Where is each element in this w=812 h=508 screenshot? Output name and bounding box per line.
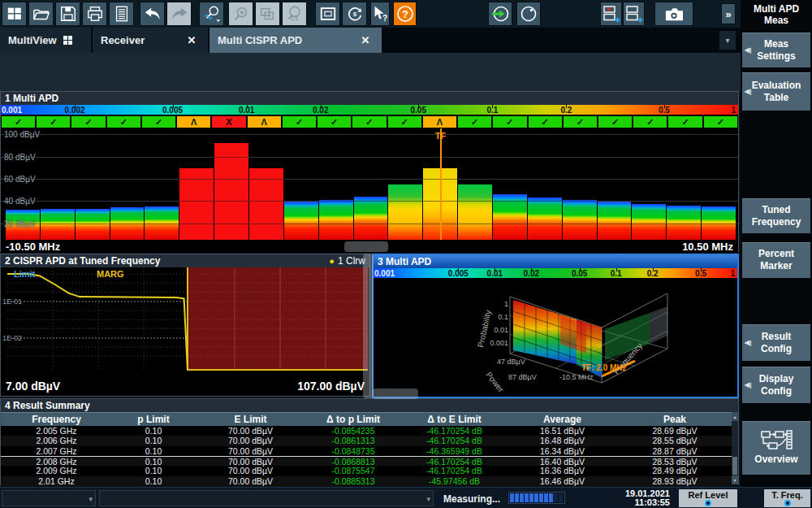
column-header[interactable]: Δ to E Limit: [400, 413, 508, 427]
print-button[interactable]: [82, 2, 107, 26]
close-icon[interactable]: ✕: [357, 33, 374, 49]
preset-button[interactable]: [488, 2, 512, 26]
zoom-multi-button[interactable]: [255, 2, 280, 26]
help-button[interactable]: ?: [393, 2, 417, 26]
table-cell: 16.34 dBµV: [508, 446, 616, 456]
open-file-button[interactable]: [28, 2, 54, 26]
y-axis-label: 80 dBµV: [4, 153, 36, 162]
limit-check-cell-pass: ✓: [106, 115, 141, 128]
softkey-evaluation-table[interactable]: ◀| Evaluation Table: [741, 72, 811, 111]
table-cell: 28.93 dBµV: [616, 476, 733, 486]
softkey-percent-marker[interactable]: Percent Marker: [741, 241, 811, 279]
frame-button[interactable]: [315, 2, 340, 26]
table-row[interactable]: 2.008 GHz0.1070.00 dBµV-0.0868813-46.170…: [1, 456, 738, 466]
table-row[interactable]: 2.009 GHz0.1070.00 dBµV-0.0875547-46.170…: [1, 466, 738, 475]
y-axis-label: 60 dBµV: [4, 175, 36, 184]
zoom-multi-icon: [259, 5, 277, 23]
scrollbar-thumb[interactable]: [732, 457, 737, 475]
limit-line-label: Limit: [14, 269, 36, 279]
zoom-signal-button[interactable]: [199, 2, 224, 26]
windows-logo-button[interactable]: [2, 2, 27, 26]
instrument-screen: 1:1 s ? ? » MultiVie: [0, 0, 812, 508]
table-row[interactable]: 2.006 GHz0.1070.00 dBµV-0.0861313-46.170…: [1, 436, 738, 445]
tab-list-caret[interactable]: ▾: [719, 31, 736, 50]
limit-check-cell-pass: ✓: [703, 115, 738, 128]
table-cell: 2.006 GHz: [1, 436, 112, 445]
ref-level-knob-button[interactable]: Ref Level: [679, 489, 737, 507]
screenshot-button[interactable]: [654, 2, 693, 26]
result-table-header: Frequencyp LimitE LimitΔ to p LimitΔ to …: [1, 412, 738, 426]
horizontal-splitter-handle[interactable]: ·····: [344, 241, 388, 252]
apd-bar: [667, 206, 701, 240]
toolbar-more-button[interactable]: »: [721, 3, 736, 24]
freq-tick: -10.5 MHz: [559, 373, 594, 381]
limit-check-cell-pass: ✓: [598, 115, 633, 128]
undo-button[interactable]: [140, 2, 165, 26]
table-row[interactable]: 2.007 GHz0.1070.00 dBµV-0.0848735-46.365…: [1, 446, 738, 456]
apd-bar: [563, 200, 597, 240]
camera-icon: [662, 5, 686, 23]
table-cell: 2.01 GHz: [1, 476, 112, 486]
softkey-display-config[interactable]: ◀| Display Config: [741, 366, 811, 404]
column-header[interactable]: Peak: [616, 413, 733, 427]
limit-check-cell-pass: ✓: [667, 115, 702, 128]
tab-multiview[interactable]: MultiView: [0, 28, 91, 53]
softkey-overview[interactable]: Overview: [741, 420, 811, 475]
scale-tick-mark: [75, 105, 76, 108]
scale-tick-mark: [701, 268, 702, 271]
softkey-tuned-frequency[interactable]: Tuned Frequency: [741, 198, 811, 234]
window1-title: 1 Multi APD: [1, 92, 738, 105]
column-header[interactable]: Frequency: [1, 413, 112, 427]
tab-multi-cispr-apd[interactable]: Multi CISPR APD ✕: [209, 28, 382, 53]
save-button[interactable]: [55, 2, 80, 26]
softkey-meas-settings[interactable]: ◀| Meas Settings: [741, 32, 811, 68]
scale-tick-mark: [458, 268, 459, 271]
table-scrollbar[interactable]: ▲ ▼: [732, 412, 738, 484]
limit-check-cell-pass: ✓: [563, 115, 598, 128]
table-cell: -0.0885313: [306, 476, 400, 486]
close-icon[interactable]: ✕: [184, 33, 200, 49]
window-result-summary: 4 Result Summary Frequencyp LimitE Limit…: [0, 398, 739, 485]
status-dropdown-1[interactable]: ▾: [2, 490, 96, 506]
table-cell: 0.10: [112, 446, 195, 456]
column-header[interactable]: Δ to p Limit: [306, 413, 400, 427]
open-dialog-arrow-icon: ◀|: [745, 381, 751, 389]
tab-receiver[interactable]: Receiver ✕: [93, 28, 208, 53]
redo-button[interactable]: [166, 2, 192, 26]
progress-segment: [554, 493, 558, 502]
context-help-button[interactable]: ?: [370, 2, 390, 26]
status-dropdown-2[interactable]: ▾: [99, 490, 434, 506]
margin-line-label: MARG: [97, 269, 124, 279]
horizontal-splitter-handle-2[interactable]: ·····: [373, 389, 418, 399]
z-tick-001: 0.01: [494, 326, 508, 334]
time: 11:03:55: [601, 498, 670, 507]
sync-button[interactable]: s: [342, 2, 367, 26]
progress-segment: [534, 493, 538, 502]
overview-flow-icon: [760, 430, 793, 451]
table-row[interactable]: 2.01 GHz0.1070.00 dBµV-0.0885313-45.9745…: [1, 476, 738, 486]
limit-check-cell-pass: ✓: [317, 115, 352, 128]
scroll-down-button[interactable]: ▼: [732, 475, 738, 484]
zoom-1to1-button[interactable]: 1:1: [282, 2, 307, 26]
table-cell: 70.00 dBµV: [195, 446, 306, 456]
vertical-splitter-handle[interactable]: · · · ·: [363, 254, 374, 398]
add-window-icon: [624, 4, 644, 24]
softkey-result-config[interactable]: ◀| Result Config: [741, 323, 811, 362]
add-window-delete-button[interactable]: [600, 2, 622, 26]
zoom-in-button[interactable]: [228, 2, 253, 26]
softkey-menu-title: Multi APD Meas: [741, 3, 812, 26]
tuned-freq-knob-button[interactable]: T. Freq.: [764, 489, 810, 507]
column-header[interactable]: p Limit: [112, 413, 195, 427]
table-cell: -46.170254 dB: [400, 426, 508, 436]
add-window-button[interactable]: [623, 2, 645, 26]
scroll-up-button[interactable]: ▲: [732, 412, 738, 421]
apd-bar: [458, 185, 492, 241]
report-button[interactable]: [109, 2, 134, 26]
add-window-delete-icon: [602, 4, 621, 24]
channel-info-bar[interactable]: / 0.10 dB Att 10 dB Input 1 AC ABW 1 MHz…: [0, 53, 741, 91]
table-row[interactable]: 2.005 GHz0.1070.00 dBµV-0.0854235-46.170…: [1, 426, 738, 436]
knob-button[interactable]: [516, 2, 541, 26]
table-cell: 2.009 GHz: [1, 466, 112, 475]
column-header[interactable]: E Limit: [195, 413, 306, 427]
column-header[interactable]: Average: [508, 413, 616, 427]
